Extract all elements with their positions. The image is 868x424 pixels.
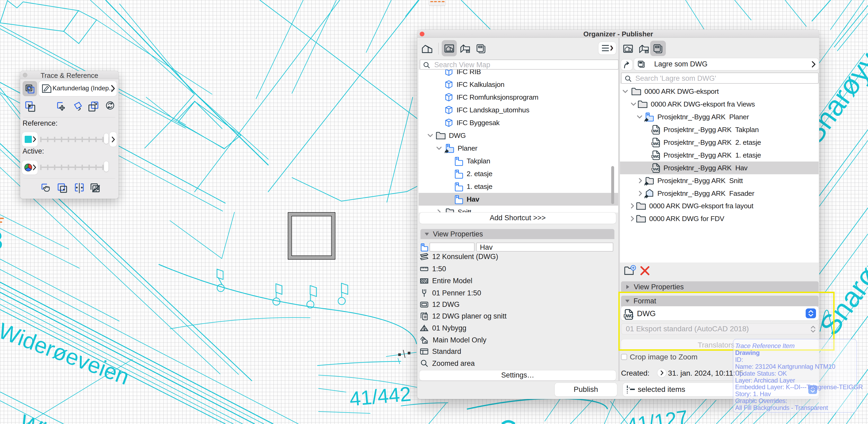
- svg-text:DWG: DWG: [651, 142, 660, 146]
- svg-text:DWG: DWG: [651, 129, 660, 133]
- svg-text:3: 3: [0, 226, 3, 255]
- svg-text:DWG: DWG: [651, 154, 660, 159]
- svg-text:DWG: DWG: [651, 167, 660, 171]
